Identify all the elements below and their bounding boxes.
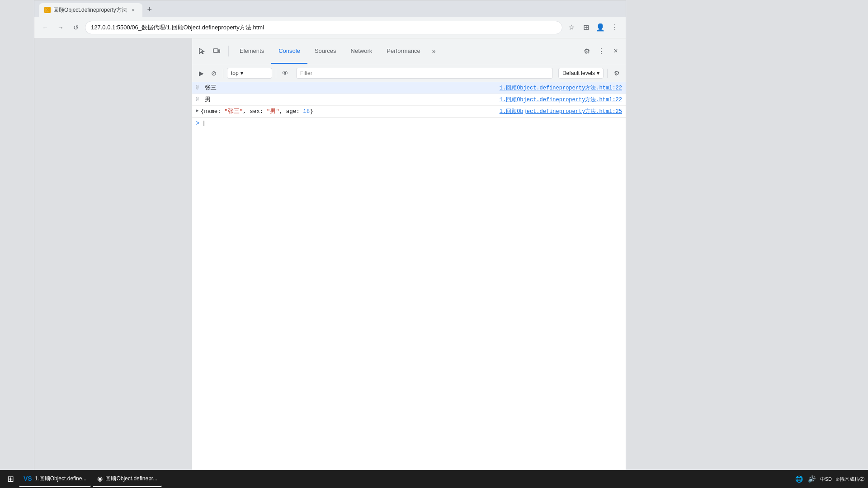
source-link-2[interactable]: 1.回顾Object.defineproperty方法.html:22 xyxy=(492,96,622,103)
tab-elements[interactable]: Elements xyxy=(232,38,271,64)
menu-icon[interactable]: ⋮ xyxy=(609,21,621,34)
browser-window: 回 回顾Object.defineproperty方法 × + ← → ↺ ☆ … xyxy=(34,0,626,488)
toolbar-separator-3 xyxy=(607,69,608,78)
tab-network[interactable]: Network xyxy=(344,38,380,64)
console-output: @ 张三 1.回顾Object.defineproperty方法.html:22… xyxy=(192,82,626,488)
inspect-element-button[interactable] xyxy=(196,45,208,57)
console-input-row[interactable]: > | xyxy=(192,117,626,129)
taskbar: ⊞ VS 1.回顾Object.define... ◉ 回顾Object.def… xyxy=(0,470,868,488)
console-cursor: | xyxy=(202,120,205,127)
tab-close-button[interactable]: × xyxy=(130,6,137,14)
devtools-tab-bar: Elements Console Sources Network Perform… xyxy=(192,38,626,64)
devtools-more-button[interactable]: ⋮ xyxy=(595,45,608,57)
devtools-settings-area: ⚙ ⋮ × xyxy=(580,45,622,57)
at-symbol-1: @ xyxy=(196,84,202,90)
devtools-panel: Elements Console Sources Network Perform… xyxy=(192,38,626,488)
console-filter-input[interactable] xyxy=(296,68,553,79)
main-page xyxy=(34,38,192,488)
tab-sources[interactable]: Sources xyxy=(307,38,344,64)
address-bar: ← → ↺ ☆ ⊞ 👤 ⋮ xyxy=(34,17,626,38)
expand-arrow-icon[interactable]: ▶ xyxy=(196,108,199,113)
console-value-2: 男 xyxy=(205,96,492,103)
taskbar-chrome[interactable]: ◉ 回顾Object.definepr... xyxy=(93,471,162,487)
tab-separator xyxy=(228,46,229,56)
forward-button[interactable]: → xyxy=(54,21,67,34)
device-toggle-button[interactable] xyxy=(210,45,223,57)
console-toolbar: ▶ ⊘ top ▾ 👁 Default levels ▾ ⚙ xyxy=(192,64,626,82)
tab-bar: 回 回顾Object.defineproperty方法 × + xyxy=(34,0,626,17)
chrome-label: 回顾Object.definepr... xyxy=(105,475,157,483)
eye-icon-button[interactable]: 👁 xyxy=(280,68,291,79)
new-tab-button[interactable]: + xyxy=(143,3,156,16)
star-icon[interactable]: ☆ xyxy=(565,21,578,34)
svg-rect-1 xyxy=(218,50,220,52)
tab-title: 回顾Object.defineproperty方法 xyxy=(53,6,127,14)
context-selector[interactable]: top ▾ xyxy=(227,68,272,79)
chrome-icon: ◉ xyxy=(97,475,103,482)
address-input[interactable] xyxy=(85,21,562,34)
console-log-row-3[interactable]: ▶ {name: "张三", sex: "男", age: 18} 1.回顾Ob… xyxy=(192,106,626,117)
system-tray-text: ⊕待木成枯② xyxy=(835,476,864,483)
tab-performance[interactable]: Performance xyxy=(379,38,427,64)
more-tabs-button[interactable]: » xyxy=(428,45,440,57)
run-scripts-button[interactable]: ▶ xyxy=(196,68,207,79)
svg-rect-0 xyxy=(213,49,218,52)
page-devtools-container: Elements Console Sources Network Perform… xyxy=(34,38,626,488)
start-button[interactable]: ⊞ xyxy=(4,472,17,486)
active-tab[interactable]: 回 回顾Object.defineproperty方法 × xyxy=(39,3,142,17)
vscode-label: 1.回顾Object.define... xyxy=(35,475,87,483)
extensions-icon[interactable]: ⊞ xyxy=(580,21,592,34)
at-symbol-2: @ xyxy=(196,96,202,102)
log-levels-selector[interactable]: Default levels ▾ xyxy=(558,68,604,79)
taskbar-right: 🌐 🔊 中SD ⊕待木成枯② xyxy=(795,474,864,483)
console-settings-button[interactable]: ⚙ xyxy=(611,68,622,79)
console-log-row-1[interactable]: @ 张三 1.回顾Object.defineproperty方法.html:22 xyxy=(192,82,626,94)
toolbar-icons: ☆ ⊞ 👤 ⋮ xyxy=(565,21,621,34)
vscode-icon: VS xyxy=(24,475,32,482)
language-indicator: 中SD xyxy=(820,476,832,483)
source-link-3[interactable]: 1.回顾Object.defineproperty方法.html:25 xyxy=(492,108,622,115)
devtools-settings-button[interactable]: ⚙ xyxy=(580,45,593,57)
toolbar-separator-2 xyxy=(276,69,276,78)
refresh-button[interactable]: ↺ xyxy=(70,21,82,34)
tab-console[interactable]: Console xyxy=(271,38,307,64)
console-log-row-2[interactable]: @ 男 1.回顾Object.defineproperty方法.html:22 xyxy=(192,94,626,106)
source-link-1[interactable]: 1.回顾Object.defineproperty方法.html:22 xyxy=(492,84,622,92)
network-icon: 🌐 xyxy=(795,474,804,483)
back-button[interactable]: ← xyxy=(39,21,52,34)
devtools-close-button[interactable]: × xyxy=(609,45,622,57)
console-value-3: {name: "张三", sex: "男", age: 18} xyxy=(201,108,492,115)
toolbar-separator xyxy=(223,69,223,78)
clear-console-button[interactable]: ⊘ xyxy=(208,68,219,79)
profile-icon[interactable]: 👤 xyxy=(594,21,607,34)
sound-icon: 🔊 xyxy=(807,474,816,483)
console-value-1: 张三 xyxy=(205,84,492,92)
tab-favicon: 回 xyxy=(44,7,51,13)
console-prompt: > xyxy=(196,120,199,127)
taskbar-vscode[interactable]: VS 1.回顾Object.define... xyxy=(19,471,91,487)
